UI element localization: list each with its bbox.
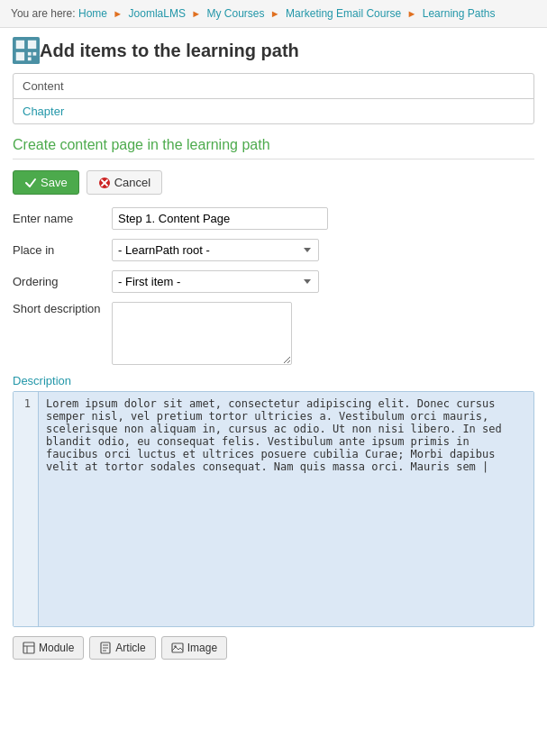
image-icon (171, 642, 184, 654)
breadcrumb: You are here: Home ► JoomlaLMS ► My Cour… (0, 0, 547, 28)
save-button[interactable]: Save (13, 170, 79, 195)
breadcrumb-joomlalms[interactable]: JoomlaLMS (129, 7, 186, 20)
short-desc-textarea[interactable] (112, 302, 292, 365)
x-circle-icon (98, 177, 111, 189)
place-in-label: Place in (13, 243, 112, 257)
section-title: Create content page in the learning path (13, 137, 534, 159)
main-content: Add items to the learning path Content C… (0, 28, 547, 669)
breadcrumb-sep-4: ► (406, 8, 416, 19)
short-desc-label: Short description (13, 302, 112, 315)
description-label: Description (13, 374, 534, 387)
bottom-buttons: Module Article Image (13, 636, 534, 660)
check-icon (24, 177, 37, 189)
breadcrumb-sep-3: ► (270, 8, 280, 19)
description-editor[interactable]: 1 Lorem ipsum dolor sit amet, consectetu… (13, 391, 534, 627)
chapter-row: Chapter (14, 99, 533, 123)
cancel-button[interactable]: Cancel (87, 170, 162, 195)
svg-rect-5 (33, 52, 37, 56)
ordering-select[interactable]: - First item - (112, 270, 319, 293)
module-button[interactable]: Module (13, 636, 84, 660)
section-title-highlight: learning path (187, 137, 270, 152)
breadcrumb-mycourses[interactable]: My Courses (207, 7, 265, 20)
desc-line-area: 1 Lorem ipsum dolor sit amet, consectetu… (14, 392, 533, 626)
breadcrumb-sep-1: ► (113, 8, 123, 19)
svg-rect-4 (28, 52, 32, 56)
ordering-label: Ordering (13, 275, 112, 288)
svg-rect-6 (28, 58, 32, 61)
ordering-row: Ordering - First item - (13, 270, 534, 293)
breadcrumb-home[interactable]: Home (78, 7, 107, 20)
content-header: Content (14, 74, 533, 99)
desc-content-area[interactable]: Lorem ipsum dolor sit amet, consectetur … (39, 392, 533, 626)
svg-rect-17 (172, 643, 183, 652)
action-buttons: Save Cancel (13, 170, 534, 195)
article-button[interactable]: Article (89, 636, 155, 660)
breadcrumb-label: You are here: (11, 7, 76, 20)
breadcrumb-course[interactable]: Marketing Email Course (286, 7, 401, 20)
short-desc-row: Short description (13, 302, 534, 365)
page-title: Add items to the learning path (40, 41, 299, 61)
lms-logo-icon (13, 37, 40, 64)
svg-rect-10 (23, 642, 34, 653)
enter-name-input[interactable] (112, 207, 328, 230)
article-icon (99, 642, 112, 654)
content-panel: Content Chapter (13, 73, 534, 124)
page-title-row: Add items to the learning path (13, 37, 534, 64)
svg-rect-2 (16, 52, 24, 60)
enter-name-label: Enter name (13, 212, 112, 225)
description-section: Description 1 Lorem ipsum dolor sit amet… (13, 374, 534, 627)
place-in-row: Place in - LearnPath root - (13, 239, 534, 261)
module-icon (23, 642, 35, 654)
breadcrumb-learning-paths[interactable]: Learning Paths (423, 7, 496, 20)
chapter-link[interactable]: Chapter (23, 105, 64, 118)
breadcrumb-sep-2: ► (191, 8, 201, 19)
line-numbers: 1 (14, 392, 39, 626)
place-in-select[interactable]: - LearnPath root - (112, 239, 319, 261)
image-button[interactable]: Image (161, 636, 227, 660)
svg-rect-1 (16, 41, 24, 49)
enter-name-row: Enter name (13, 207, 534, 230)
svg-rect-3 (28, 41, 36, 49)
section-title-prefix: Create content page in the (13, 137, 183, 152)
